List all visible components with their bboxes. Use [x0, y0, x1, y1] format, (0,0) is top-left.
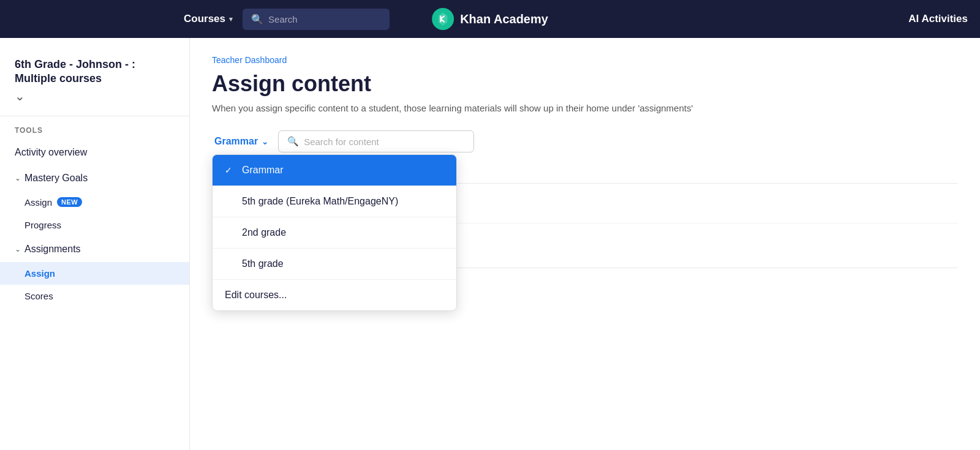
dropdown-grammar-label: Grammar	[242, 165, 284, 176]
activity-overview-label: Activity overview	[15, 147, 87, 158]
dropdown-2nd-grade-label: 2nd grade	[242, 227, 286, 238]
assign-active-label: Assign	[24, 268, 55, 279]
courses-dropdown[interactable]: Courses ▾	[184, 13, 233, 25]
sidebar-mastery-goals-header[interactable]: ⌄ Mastery Goals	[0, 165, 189, 191]
sidebar-item-activity-overview[interactable]: Activity overview	[0, 140, 189, 165]
class-header: 6th Grade - Johnson - : Multiple courses…	[0, 53, 189, 116]
sidebar-item-scores[interactable]: Scores	[0, 285, 189, 307]
class-name: 6th Grade - Johnson - : Multiple courses	[15, 58, 175, 86]
breadcrumb[interactable]: Teacher Dashboard	[212, 55, 958, 65]
assignments-chevron-icon: ⌄	[15, 245, 21, 253]
tools-section-label: TOOLS	[0, 126, 189, 135]
nav-search-input[interactable]	[268, 14, 381, 24]
mastery-goals-label: Mastery Goals	[24, 173, 88, 184]
main-layout: 6th Grade - Johnson - : Multiple courses…	[0, 38, 980, 450]
assign-sub-label: Assign	[24, 197, 52, 208]
sidebar-item-assign[interactable]: Assign NEW	[0, 191, 189, 214]
subject-dropdown-container: Grammar ⌄ ✓ Grammar 5th grade (Eureka Ma…	[212, 131, 271, 152]
sidebar-item-assign-active[interactable]: Assign	[0, 262, 189, 285]
dropdown-5th-eureka-label: 5th grade (Eureka Math/EngageNY)	[242, 196, 398, 207]
page-description: When you assign specific content to a st…	[212, 103, 958, 113]
dropdown-item-5th-eureka[interactable]: 5th grade (Eureka Math/EngageNY)	[213, 186, 456, 217]
mastery-goals-chevron-icon: ⌄	[15, 174, 21, 182]
filter-row: Grammar ⌄ ✓ Grammar 5th grade (Eureka Ma…	[212, 130, 958, 152]
assignments-label: Assignments	[24, 244, 81, 255]
courses-label: Courses	[184, 13, 225, 25]
progress-label: Progress	[24, 220, 61, 230]
new-badge: NEW	[57, 197, 82, 207]
subject-chevron-icon: ⌄	[262, 137, 268, 146]
dropdown-edit-courses[interactable]: Edit courses...	[213, 280, 456, 310]
page-title: Assign content	[212, 71, 958, 97]
top-nav: Courses ▾ 🔍 Khan Academy AI Activities	[0, 0, 980, 38]
class-chevron-icon[interactable]: ⌄	[15, 89, 175, 103]
subject-selected-label: Grammar	[214, 136, 258, 147]
dropdown-item-5th-grade[interactable]: 5th grade	[213, 249, 456, 280]
edit-courses-label: Edit courses...	[225, 290, 287, 300]
content-search-icon: 🔍	[287, 136, 299, 147]
courses-chevron-icon: ▾	[229, 15, 233, 23]
sidebar-assignments-header[interactable]: ⌄ Assignments	[0, 236, 189, 262]
brand-name: Khan Academy	[460, 12, 548, 26]
content-search-input[interactable]	[304, 137, 465, 147]
content-search-box[interactable]: 🔍	[278, 130, 474, 152]
nav-search-box[interactable]: 🔍	[243, 9, 390, 30]
main-content: Teacher Dashboard Assign content When yo…	[190, 38, 980, 450]
nav-search-icon: 🔍	[251, 13, 263, 25]
dropdown-item-2nd-grade[interactable]: 2nd grade	[213, 217, 456, 249]
khan-academy-logo	[432, 8, 454, 30]
subject-dropdown-menu: ✓ Grammar 5th grade (Eureka Math/EngageN…	[212, 154, 457, 311]
check-icon: ✓	[225, 165, 236, 175]
scores-label: Scores	[24, 291, 53, 301]
dropdown-item-grammar[interactable]: ✓ Grammar	[213, 155, 456, 186]
ai-activities-link[interactable]: AI Activities	[908, 13, 968, 25]
sidebar-item-progress[interactable]: Progress	[0, 214, 189, 236]
sidebar: 6th Grade - Johnson - : Multiple courses…	[0, 38, 190, 450]
brand: Khan Academy	[432, 8, 548, 30]
dropdown-5th-grade-label: 5th grade	[242, 258, 284, 269]
subject-dropdown-button[interactable]: Grammar ⌄	[212, 131, 271, 152]
